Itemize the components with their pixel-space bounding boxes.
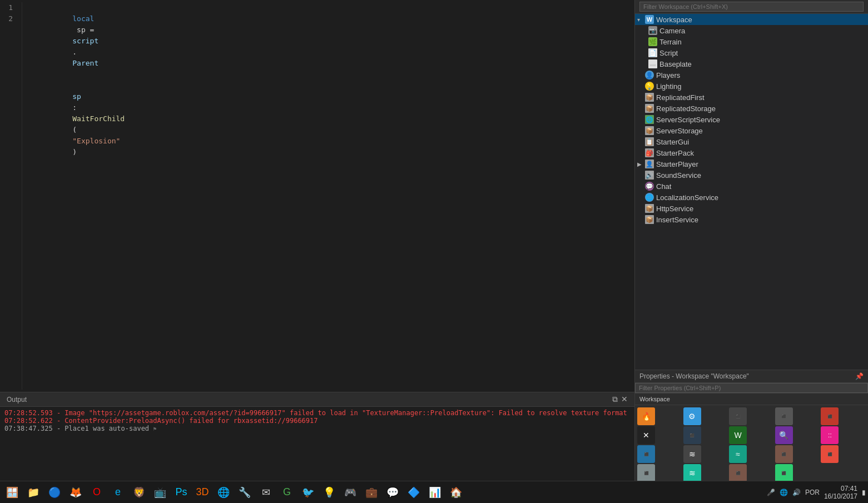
tree-item-server-script-service[interactable]: 🌐 ServerScriptService <box>635 114 868 125</box>
taskbar-icons: 🪟 📁 🔵 🦊 O e 🦁 📺 Ps 3D 🌐 <box>2 482 767 502</box>
code-line-1: local sp = script . Parent <box>29 2 634 80</box>
tree-item-replicated-storage[interactable]: 📦 ReplicatedStorage <box>635 103 868 114</box>
tree-item-starter-gui[interactable]: 📋 StarterGui <box>635 136 868 147</box>
taskbar-date-display: 16/10/2017 <box>824 492 857 500</box>
workspace-name-label: Workspace <box>637 395 866 404</box>
plugin-icon-6[interactable]: ✕ <box>637 426 655 444</box>
sp-icon: 🎒 <box>645 148 654 157</box>
tree-item-replicated-first[interactable]: 📦 ReplicatedFirst <box>635 92 868 103</box>
explorer-search-input[interactable] <box>639 2 864 12</box>
taskbar-ie-button[interactable]: e <box>108 482 128 502</box>
taskbar-clock: 07:41 16/10/2017 <box>824 485 857 500</box>
taskbar-firefox-button[interactable]: 🦊 <box>66 482 86 502</box>
plugin-icon-19[interactable]: ◾ <box>775 464 793 481</box>
tree-item-starter-pack[interactable]: 🎒 StarterPack <box>635 147 868 158</box>
plugin-icon-16[interactable]: ◾ <box>637 464 655 481</box>
workspace-icon: W <box>645 15 654 24</box>
taskbar-app4-button[interactable]: 🔧 <box>235 482 255 502</box>
plugin-icon-9[interactable]: 🔍 <box>775 426 793 444</box>
taskbar-app7-button[interactable]: 🐦 <box>298 482 318 502</box>
lighting-label: Lighting <box>656 82 682 91</box>
code-lines[interactable]: local sp = script . Parent sp : WaitForC… <box>22 2 634 390</box>
plugin-icon-11[interactable]: ◾ <box>637 445 655 463</box>
tree-item-baseplate[interactable]: ▬ Baseplate <box>635 58 868 69</box>
tree-item-players[interactable]: 👤 Players <box>635 69 868 81</box>
tree-item-starter-player[interactable]: ▶ 👤 StarterPlayer <box>635 158 868 170</box>
taskbar-app13-button[interactable]: 📊 <box>425 482 445 502</box>
taskbar-photoshop-button[interactable]: Ps <box>171 482 191 502</box>
sss-label: ServerScriptService <box>656 116 720 124</box>
taskbar-explorer-button[interactable]: 📁 <box>23 482 43 502</box>
chat-icon: 💬 <box>645 182 654 191</box>
output-close-button[interactable]: ✕ <box>621 395 628 404</box>
is-label: InsertService <box>656 216 698 224</box>
tree-item-chat[interactable]: 💬 Chat <box>635 181 868 192</box>
workspace-chevron: ▾ <box>637 17 644 23</box>
tree-item-localization-service[interactable]: 🌐 LocalizationService <box>635 192 868 203</box>
plugin-icon-15[interactable]: ◾ <box>821 445 839 463</box>
plugin-icon-14[interactable]: ◾ <box>775 445 793 463</box>
plugin-icon-7[interactable]: ◾ <box>683 426 701 444</box>
plugin-icon-8[interactable]: W <box>729 426 747 444</box>
workspace-bottom-label: Workspace <box>635 393 868 405</box>
taskbar-app1-button[interactable]: 🦁 <box>129 482 149 502</box>
plugin-icon-1[interactable]: 🔥 <box>637 407 655 425</box>
taskbar-app2-button[interactable]: 📺 <box>150 482 170 502</box>
tree-item-server-storage[interactable]: 📦 ServerStorage <box>635 125 868 136</box>
tree-item-camera[interactable]: 📷 Camera <box>635 25 868 36</box>
properties-pin-button[interactable]: 📌 <box>855 372 864 380</box>
taskbar-app9-button[interactable]: 🎮 <box>340 482 360 502</box>
tree-item-workspace[interactable]: ▾ W Workspace <box>635 14 868 25</box>
taskbar-app12-button[interactable]: 🔷 <box>404 482 424 502</box>
line-number-1: 1 <box>0 2 17 13</box>
taskbar-app14-button[interactable]: 🏠 <box>446 482 466 502</box>
chat-label: Chat <box>656 182 671 191</box>
taskbar-app6-button[interactable]: G <box>277 482 297 502</box>
tree-item-sound-service[interactable]: 🔊 SoundService <box>635 170 868 181</box>
sg-icon: 📋 <box>645 137 654 146</box>
plugin-icon-13[interactable]: ≈ <box>729 445 747 463</box>
code-line-2: sp : WaitForChild ( "Explosion" ) <box>29 80 634 169</box>
properties-header: Properties - Workspace "Workspace" 📌 <box>635 370 868 383</box>
tree-item-insert-service[interactable]: 📦 InsertService <box>635 214 868 225</box>
taskbar-app3-button[interactable]: 🌐 <box>214 482 234 502</box>
sss-icon: 🌐 <box>645 115 654 124</box>
explorer-tree[interactable]: ▾ W Workspace 📷 Camera 🌿 Terrain 📄 Scrip… <box>635 14 868 370</box>
taskbar-start-button[interactable]: 🪟 <box>2 482 22 502</box>
taskbar-app11-button[interactable]: 💬 <box>383 482 403 502</box>
code-content: 1 2 local sp = script . Parent sp : Wait… <box>0 0 634 392</box>
plugin-icon-3[interactable]: ◾ <box>729 407 747 425</box>
sg-label: StarterGui <box>656 138 689 146</box>
properties-search-input[interactable] <box>635 383 868 393</box>
plugin-icon-10[interactable]: :: <box>821 426 839 444</box>
plugin-icon-17[interactable]: ≋ <box>683 464 701 481</box>
plugin-icon-2[interactable]: ⚙ <box>683 407 701 425</box>
tree-item-lighting[interactable]: 💡 Lighting <box>635 81 868 92</box>
taskbar-3d-button[interactable]: 3D <box>192 482 212 502</box>
plugin-icon-12[interactable]: ≋ <box>683 445 701 463</box>
taskbar-show-desktop-button[interactable]: ▮ <box>862 489 866 496</box>
tree-item-terrain[interactable]: 🌿 Terrain <box>635 36 868 47</box>
rs-icon: 📦 <box>645 104 654 113</box>
taskbar-app8-button[interactable]: 💡 <box>319 482 339 502</box>
taskbar-app5-button[interactable]: ✉ <box>256 482 276 502</box>
players-icon: 👤 <box>645 71 654 79</box>
tree-item-http-service[interactable]: 📦 HttpService <box>635 203 868 214</box>
explorer-header <box>635 0 868 14</box>
ss-label: ServerStorage <box>656 127 703 135</box>
tree-item-script[interactable]: 📄 Script <box>635 47 868 58</box>
taskbar-chrome-button[interactable]: 🔵 <box>44 482 65 502</box>
plugin-icon-4[interactable]: ◾ <box>775 407 793 425</box>
output-pop-out-button[interactable]: ⧉ <box>612 395 618 404</box>
taskbar-right: 🎤 🌐 🔊 POR 07:41 16/10/2017 ▮ <box>767 485 866 500</box>
ss-icon: 📦 <box>645 126 654 135</box>
plugin-icon-18[interactable]: ◾ <box>729 464 747 481</box>
taskbar-app10-button[interactable]: 💼 <box>361 482 381 502</box>
right-panel: ▾ W Workspace 📷 Camera 🌿 Terrain 📄 Scrip… <box>634 0 868 481</box>
output-content[interactable]: 07:28:52.593 - Image "https://assetgame.… <box>0 407 634 481</box>
plugin-icon-5[interactable]: ◾ <box>821 407 839 425</box>
kw-func-waitforchild: WaitForChild <box>72 114 125 123</box>
kw-string-explosion: "Explosion" <box>72 137 120 145</box>
http-icon: 📦 <box>645 204 654 213</box>
taskbar-opera-button[interactable]: O <box>87 482 107 502</box>
